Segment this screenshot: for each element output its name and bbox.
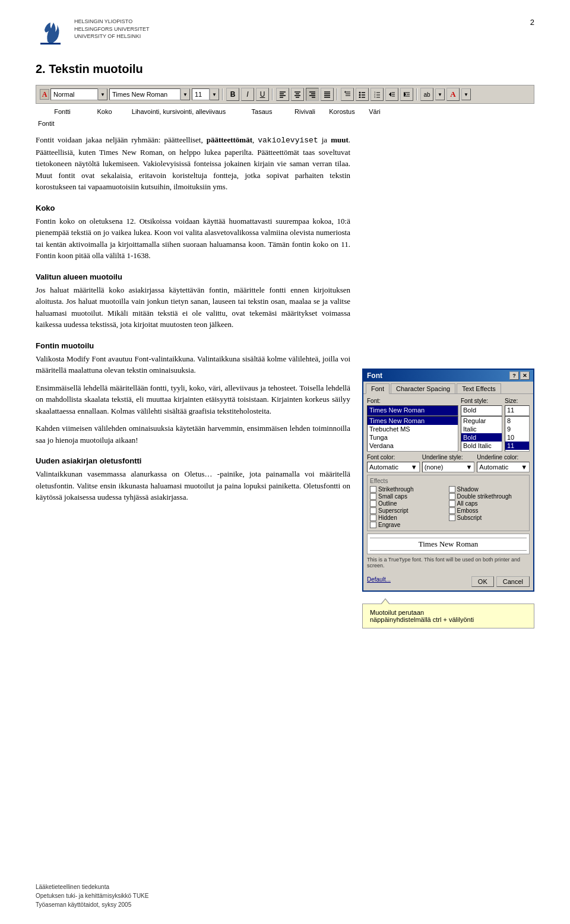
increase-indent-button[interactable]	[400, 88, 413, 101]
checkbox-strikethrough[interactable]	[370, 486, 376, 493]
toolbar: A Normal ▼ Times New Roman ▼ 11 ▼ B I U	[36, 85, 534, 104]
font-item-2[interactable]: Trebuchet MS	[368, 425, 458, 433]
font-item-3[interactable]: Tunga	[368, 433, 458, 442]
checkbox-outline[interactable]	[370, 500, 376, 507]
align-left-button[interactable]	[276, 88, 289, 101]
footer-line-1: Lääketieteellinen tiedekunta	[36, 882, 148, 891]
checkbox-emboss[interactable]	[449, 507, 455, 514]
dialog-default-button[interactable]: Default...	[367, 576, 391, 587]
dialog-cancel-button[interactable]: Cancel	[496, 576, 530, 587]
dialog-size-input[interactable]: 11	[505, 405, 530, 416]
effect-superscript: Superscript	[370, 507, 448, 514]
style-item-1[interactable]: Regular	[461, 417, 502, 425]
section-number: 2.	[36, 62, 46, 75]
bullets-button[interactable]	[356, 88, 369, 101]
justify-button[interactable]	[321, 88, 334, 101]
label-koko: Koko	[87, 108, 122, 115]
dialog-help-button[interactable]: ?	[509, 371, 519, 380]
effect-double-strikethrough: Double strikethrough	[449, 493, 527, 500]
dialog-underline-select[interactable]: (none) ▼	[422, 462, 475, 472]
dialog-font-input[interactable]: Times New Roman	[367, 405, 458, 416]
dialog-footer-buttons: OK Cancel	[471, 576, 530, 587]
checkbox-superscript[interactable]	[370, 507, 376, 514]
checkbox-shadow[interactable]	[449, 486, 455, 493]
dialog-style-col: Font style: Bold Regular Italic Bold Bol…	[461, 398, 502, 452]
dialog-font-color-label: Font color:	[367, 454, 420, 461]
font-item-4[interactable]: Verdana	[368, 442, 458, 450]
line-spacing-button[interactable]	[341, 88, 354, 101]
dialog-style-list[interactable]: Regular Italic Bold Bold Italic	[461, 416, 502, 452]
size-item-4[interactable]: 11	[505, 442, 529, 450]
dialog-underline-color-select[interactable]: Automatic ▼	[477, 462, 530, 472]
paragraph-fontin-3: Kahden viimeisen välilehden ominaisuuksi…	[36, 423, 350, 446]
checkbox-subscript[interactable]	[449, 515, 455, 521]
bold-button[interactable]: B	[226, 88, 239, 101]
separator-2	[272, 88, 273, 100]
dialog-effects-grid: Strikethrough Shadow Small caps	[370, 486, 527, 528]
size-dropdown[interactable]: 11	[192, 88, 210, 100]
dialog-font-list[interactable]: Times New Roman Trebuchet MS Tunga Verda…	[367, 416, 458, 452]
dialog-size-col: Size: 11 8 9 10 11 12	[505, 398, 530, 452]
dialog-tab-effects[interactable]: Text Effects	[457, 383, 501, 393]
checkbox-engrave[interactable]	[370, 522, 376, 528]
size-item-2[interactable]: 9	[505, 425, 529, 433]
style-item-4[interactable]: Bold Italic	[461, 442, 502, 450]
size-value: 11	[195, 91, 202, 98]
callout-container: Muotoilut perutaannäppäinyhdistelmällä c…	[362, 604, 534, 628]
dialog-size-label: Size:	[505, 398, 530, 404]
right-panel: Font ? ✕ Font Character Spacing Text Eff…	[362, 134, 534, 628]
italic-button[interactable]: I	[241, 88, 254, 101]
size-arrow[interactable]: ▼	[210, 88, 219, 100]
separator-3	[337, 88, 338, 100]
preview-line-bottom	[370, 550, 527, 551]
font-arrow[interactable]: ▼	[180, 88, 190, 100]
underline-color-arrow[interactable]: ▼	[521, 463, 527, 471]
checkbox-all-caps[interactable]	[449, 500, 455, 507]
highlight-button[interactable]: ab	[420, 88, 433, 101]
size-item-5[interactable]: 12	[505, 450, 529, 452]
text-paatteettömat: päätteettömät	[207, 135, 252, 144]
style-item-3[interactable]: Bold	[461, 433, 502, 442]
university-name-en: UNIVERSITY OF HELSINKI	[74, 33, 150, 40]
dialog-titlebar-buttons: ? ✕	[509, 371, 530, 380]
align-center-button[interactable]	[291, 88, 304, 101]
style-dropdown[interactable]: Normal	[50, 88, 98, 100]
text-vakiolevyiset: vakiolevyiset	[258, 136, 318, 145]
font-color-arrow[interactable]: ▼	[411, 463, 417, 471]
dialog-note: This is a TrueType font. This font will …	[367, 557, 530, 569]
dialog-tab-font[interactable]: Font	[366, 383, 390, 394]
callout-text: Muotoilut perutaannäppäinyhdistelmällä c…	[370, 609, 474, 623]
dialog-tab-character[interactable]: Character Spacing	[391, 383, 455, 393]
fontit-label: Fontit	[36, 120, 534, 127]
header: HELSINGIN YLIOPISTO HELSINGFORS UNIVERSI…	[36, 18, 534, 50]
university-logo	[36, 18, 68, 50]
dialog-preview: Times New Roman	[367, 534, 530, 554]
checkbox-small-caps[interactable]	[370, 493, 376, 500]
underline-arrow[interactable]: ▼	[466, 463, 472, 471]
checkbox-hidden[interactable]	[370, 515, 376, 521]
dialog-style-input[interactable]: Bold	[461, 405, 502, 416]
font-item-1[interactable]: Times New Roman	[368, 417, 458, 425]
dialog-close-button[interactable]: ✕	[520, 371, 530, 380]
callout-box: Muotoilut perutaannäppäinyhdistelmällä c…	[362, 604, 534, 628]
dialog-size-list[interactable]: 8 9 10 11 12	[505, 416, 530, 452]
style-item-2[interactable]: Italic	[461, 425, 502, 433]
checkbox-double-strike[interactable]	[449, 493, 455, 500]
label-emboss: Emboss	[457, 507, 479, 514]
dialog-font-color-select[interactable]: Automatic ▼	[367, 462, 420, 472]
dialog-font-row: Font: Times New Roman Times New Roman Tr…	[367, 398, 530, 452]
size-item-1[interactable]: 8	[505, 417, 529, 425]
font-dropdown[interactable]: Times New Roman	[109, 88, 180, 100]
font-color-arrow[interactable]: ▼	[461, 88, 471, 100]
size-item-3[interactable]: 10	[505, 433, 529, 442]
font-color-button[interactable]: A	[446, 88, 460, 101]
style-arrow[interactable]: ▼	[98, 88, 107, 100]
highlight-arrow[interactable]: ▼	[435, 88, 445, 100]
dialog-ok-button[interactable]: OK	[471, 576, 494, 587]
heading-valitun: Valitun alueen muotoilu	[36, 272, 350, 281]
dialog-titlebar: Font ? ✕	[363, 370, 533, 382]
underline-button[interactable]: U	[256, 88, 269, 101]
decrease-indent-button[interactable]	[385, 88, 398, 101]
align-right-button[interactable]	[306, 88, 319, 101]
numbering-button[interactable]: 1.2.3.	[370, 88, 384, 101]
